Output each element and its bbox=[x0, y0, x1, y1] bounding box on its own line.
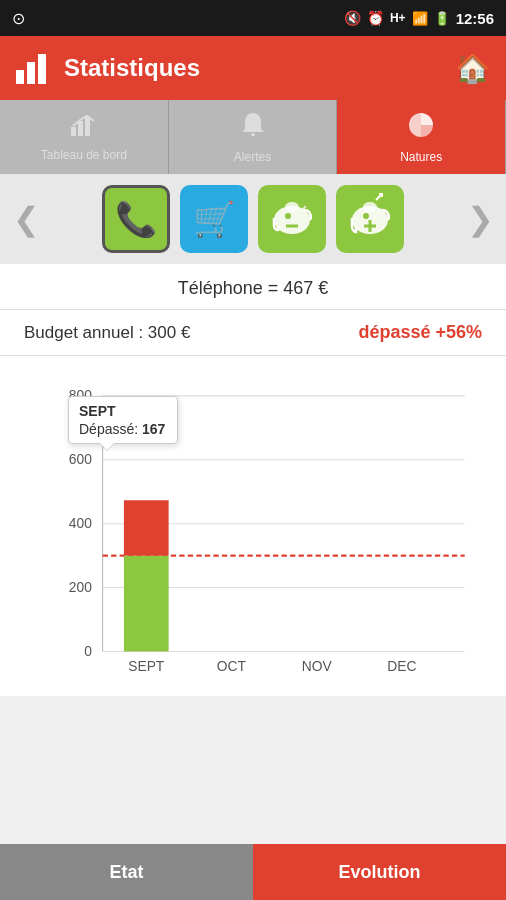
svg-text:400: 400 bbox=[69, 515, 92, 531]
svg-text:NOV: NOV bbox=[302, 658, 333, 674]
clock: 12:56 bbox=[456, 10, 494, 27]
carousel-prev[interactable]: ❮ bbox=[8, 200, 44, 238]
tooltip-value: 167 bbox=[142, 421, 165, 437]
piggy-minus-icon bbox=[266, 190, 318, 249]
hplus-icon: H+ bbox=[390, 11, 406, 25]
bottom-tab-etat[interactable]: Etat bbox=[0, 844, 253, 900]
status-bar: ⊙ 🔇 ⏰ H+ 📶 🔋 12:56 bbox=[0, 0, 506, 36]
bar-sept-red bbox=[124, 500, 169, 555]
budget-label: Budget annuel : 300 € bbox=[24, 323, 190, 343]
tab-natures-icon bbox=[406, 111, 436, 146]
page-title: Statistiques bbox=[64, 54, 200, 82]
chart-area: SEPT Dépassé: 167 800 600 400 200 0 bbox=[0, 356, 506, 696]
tab-bar: Tableau de bord Alertes Natures bbox=[0, 100, 506, 174]
svg-text:DEC: DEC bbox=[387, 658, 416, 674]
tab-alertes-icon bbox=[240, 111, 266, 146]
tooltip-month: SEPT bbox=[79, 403, 167, 419]
cart-icon: 🛒 bbox=[193, 199, 235, 239]
bar-sept-green bbox=[124, 556, 169, 652]
carousel-item-piggy-plus[interactable] bbox=[336, 185, 404, 253]
svg-text:OCT: OCT bbox=[217, 658, 247, 674]
svg-rect-1 bbox=[78, 121, 83, 136]
app-logo-icon: ⊙ bbox=[12, 9, 25, 28]
header: Statistiques 🏠 bbox=[0, 36, 506, 100]
carousel-item-phone[interactable]: 📞 bbox=[102, 185, 170, 253]
budget-row: Budget annuel : 300 € dépassé +56% bbox=[0, 310, 506, 356]
alarm-icon: ⏰ bbox=[367, 10, 384, 26]
svg-point-7 bbox=[285, 202, 299, 212]
svg-text:0: 0 bbox=[84, 643, 92, 659]
bottom-tab-evolution[interactable]: Evolution bbox=[253, 844, 506, 900]
tab-tableau[interactable]: Tableau de bord bbox=[0, 100, 169, 174]
tab-tableau-icon bbox=[70, 113, 98, 144]
svg-text:600: 600 bbox=[69, 451, 92, 467]
tab-natures-label: Natures bbox=[400, 150, 442, 164]
tab-natures[interactable]: Natures bbox=[337, 100, 506, 174]
svg-point-11 bbox=[363, 202, 377, 212]
phone-label: Téléphone = 467 € bbox=[0, 264, 506, 310]
tooltip-label: Dépassé: bbox=[79, 421, 138, 437]
svg-text:SEPT: SEPT bbox=[128, 658, 165, 674]
piggy-plus-icon bbox=[344, 190, 396, 249]
chart-tooltip: SEPT Dépassé: 167 bbox=[68, 396, 178, 444]
carousel-next[interactable]: ❯ bbox=[462, 200, 498, 238]
carousel-items: 📞 🛒 bbox=[50, 185, 456, 253]
tab-alertes-label: Alertes bbox=[234, 150, 271, 164]
svg-point-10 bbox=[363, 213, 369, 219]
carousel-item-piggy-minus[interactable] bbox=[258, 185, 326, 253]
svg-rect-2 bbox=[85, 117, 90, 136]
svg-point-5 bbox=[285, 213, 291, 219]
tab-tableau-label: Tableau de bord bbox=[41, 148, 127, 162]
svg-text:200: 200 bbox=[69, 579, 92, 595]
exceeded-label: dépassé +56% bbox=[358, 322, 482, 343]
tooltip-content: Dépassé: 167 bbox=[79, 421, 167, 437]
carousel-item-cart[interactable]: 🛒 bbox=[180, 185, 248, 253]
svg-rect-3 bbox=[251, 133, 255, 136]
tab-alertes[interactable]: Alertes bbox=[169, 100, 338, 174]
main-content: Téléphone = 467 € Budget annuel : 300 € … bbox=[0, 264, 506, 696]
home-icon[interactable]: 🏠 bbox=[455, 52, 490, 85]
signal-icon: 📶 bbox=[412, 11, 428, 26]
bottom-etat-label: Etat bbox=[109, 862, 143, 883]
carousel: ❮ 📞 🛒 bbox=[0, 174, 506, 264]
header-chart-icon bbox=[16, 52, 52, 84]
bottom-bar: Etat Evolution bbox=[0, 844, 506, 900]
svg-rect-0 bbox=[71, 127, 76, 136]
battery-icon: 🔋 bbox=[434, 11, 450, 26]
bottom-evolution-label: Evolution bbox=[339, 862, 421, 883]
phone-icon: 📞 bbox=[115, 199, 157, 239]
status-left: ⊙ bbox=[12, 9, 25, 28]
status-right: 🔇 ⏰ H+ 📶 🔋 12:56 bbox=[344, 10, 494, 27]
mute-icon: 🔇 bbox=[344, 10, 361, 26]
